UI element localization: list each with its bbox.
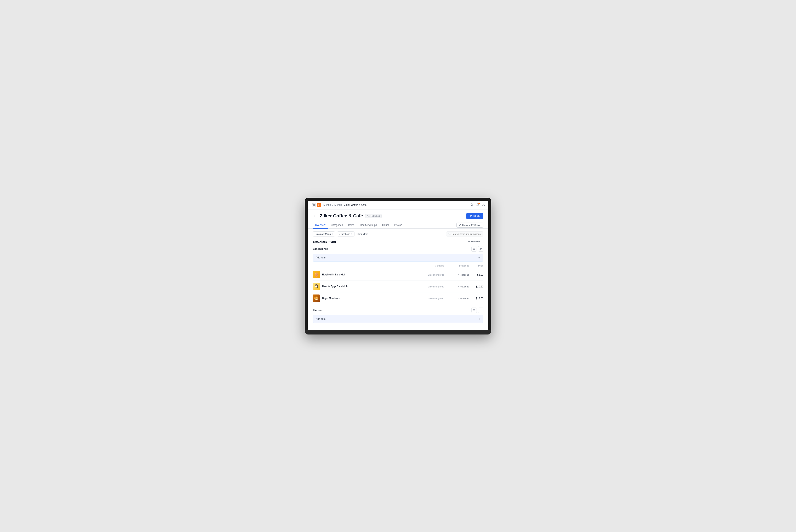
search-box	[446, 231, 484, 236]
plus-icon: +	[478, 256, 480, 260]
tab-items[interactable]: Items	[346, 222, 357, 229]
item-contains: 1 modifier group	[428, 297, 444, 300]
back-button[interactable]: ←	[312, 213, 318, 218]
list-icon-2	[473, 309, 475, 311]
contains-header: Contains	[435, 264, 444, 267]
table-row[interactable]: 🥯 Bagel Sandwich 1 modifier group 4 loca…	[312, 292, 484, 304]
tab-overview[interactable]: Overview	[312, 222, 328, 229]
breadcrumb-root[interactable]: Menus	[323, 204, 331, 206]
sandwiches-title: Sandwiches	[312, 247, 328, 250]
svg-rect-2	[312, 205, 313, 206]
page-title: Zilker Coffee & Cafe	[320, 213, 363, 218]
pencil-icon: ✏	[468, 240, 470, 243]
user-icon[interactable]	[482, 203, 485, 207]
app-icon	[311, 203, 316, 207]
breadcrumb-current: Zilker Coffee & Cafe	[344, 204, 366, 206]
tab-categories[interactable]: Categories	[328, 222, 345, 229]
laptop-base	[305, 330, 491, 335]
search-input[interactable]	[452, 233, 481, 235]
chevron-down-icon-2: ▾	[351, 233, 352, 235]
locations-filter-dropdown[interactable]: 7 locations ▾	[337, 231, 355, 236]
item-locations: 4 locations	[458, 285, 469, 288]
add-item-label: Add item	[316, 256, 325, 259]
item-locations: 4 locations	[458, 273, 469, 276]
svg-line-5	[473, 205, 473, 206]
table-header-row: Contains Locations Price	[312, 262, 484, 269]
link-icon	[459, 224, 461, 226]
item-thumbnail: 🥯	[312, 294, 320, 302]
reorder-button[interactable]	[471, 246, 477, 252]
svg-line-8	[450, 234, 451, 235]
table-row[interactable]: 🥚 Egg Muffin Sandwich 1 modifier group 4…	[312, 269, 484, 281]
table-row[interactable]: 🍳 Ham & Eggs Sandwich 1 modifier group 4…	[312, 281, 484, 292]
main-content: ← Zilker Coffee & Cafe Not Published Pub…	[308, 210, 488, 330]
tab-photos[interactable]: Photos	[392, 222, 404, 229]
tabs-list: Overview Categories Items Modifier group…	[312, 222, 404, 228]
list-icon	[473, 248, 475, 250]
notification-icon[interactable]	[476, 203, 479, 207]
price-header: Price	[478, 264, 484, 267]
item-name: Bagel Sandwich	[322, 297, 340, 300]
item-contains: 1 modifier group	[428, 285, 444, 288]
item-price: $10.50	[476, 285, 484, 288]
breadcrumb-sep1: ∨	[332, 204, 334, 206]
manage-pos-label: Manage POS links	[462, 224, 481, 226]
item-name: Ham & Eggs Sandwich	[322, 285, 348, 288]
filters-row: Breakfast Menu ▾ 7 locations ▾ Clear fil…	[308, 231, 488, 239]
breadcrumb-parent[interactable]: Menus	[334, 204, 342, 206]
item-contains: 1 modifier group	[428, 273, 444, 276]
platters-title: Platters	[312, 309, 323, 312]
edit-icon	[479, 248, 482, 250]
platters-reorder-button[interactable]	[471, 307, 477, 313]
tabs-bar: Overview Categories Items Modifier group…	[308, 222, 488, 229]
platters-edit-button[interactable]	[478, 307, 484, 313]
chevron-down-icon: ▾	[332, 233, 333, 235]
manage-pos-button[interactable]: Manage POS links	[456, 223, 484, 228]
platters-actions	[471, 307, 484, 313]
platters-add-item-row[interactable]: Add item +	[312, 315, 484, 323]
platters-plus-icon: +	[478, 317, 480, 321]
svg-rect-1	[314, 204, 315, 205]
item-thumbnail: 🍳	[312, 283, 320, 290]
sandwiches-header: Sandwiches	[312, 246, 484, 252]
nav-actions	[471, 203, 485, 207]
breadcrumb-sep2: /	[343, 204, 343, 206]
clear-filters-button[interactable]: Clear filters	[356, 232, 368, 236]
tab-hours[interactable]: Hours	[380, 222, 391, 229]
menu-section-header: Breakfast menu ✏ Edit menu	[312, 239, 484, 244]
brand-logo: OI	[317, 203, 321, 207]
edit-icon-2	[479, 309, 482, 311]
publish-button[interactable]: Publish	[466, 213, 484, 219]
page-header: ← Zilker Coffee & Cafe Not Published Pub…	[308, 210, 488, 219]
svg-rect-3	[314, 205, 315, 206]
status-badge: Not Published	[365, 214, 382, 218]
edit-menu-label: Edit menu	[471, 240, 481, 243]
nav-logo: OI	[311, 203, 321, 207]
locations-header: Locations	[459, 264, 469, 267]
platters-add-item-label: Add item	[316, 318, 325, 320]
item-name: Egg Muffin Sandwich	[322, 273, 345, 276]
page-header-left: ← Zilker Coffee & Cafe Not Published	[312, 213, 382, 218]
menu-section-title: Breakfast menu	[312, 240, 336, 243]
menu-section: Breakfast menu ✏ Edit menu Sandwiches	[308, 239, 488, 323]
item-price: $8.00	[477, 273, 484, 276]
sandwiches-category: Sandwiches	[312, 246, 484, 304]
notification-dot	[478, 203, 480, 204]
locations-filter-label: 7 locations	[339, 233, 350, 235]
top-nav: OI Menus ∨ Menus / Zilker Coffee & Cafe	[308, 201, 488, 210]
tab-modifier-groups[interactable]: Modifier groups	[357, 222, 379, 229]
svg-rect-0	[312, 204, 313, 205]
search-icon-small	[448, 233, 451, 235]
menu-filter-label: Breakfast Menu	[315, 233, 331, 235]
edit-menu-button[interactable]: ✏ Edit menu	[466, 239, 484, 244]
platters-header: Platters	[312, 307, 484, 313]
edit-category-button[interactable]	[478, 246, 484, 252]
item-locations: 4 locations	[458, 297, 469, 300]
sandwiches-add-item-row[interactable]: Add item +	[312, 254, 484, 262]
item-price: $12.00	[476, 297, 484, 300]
sandwiches-actions	[471, 246, 484, 252]
item-thumbnail: 🥚	[312, 271, 320, 278]
platters-category: Platters	[312, 307, 484, 323]
search-icon[interactable]	[471, 203, 473, 207]
menu-filter-dropdown[interactable]: Breakfast Menu ▾	[312, 231, 335, 236]
